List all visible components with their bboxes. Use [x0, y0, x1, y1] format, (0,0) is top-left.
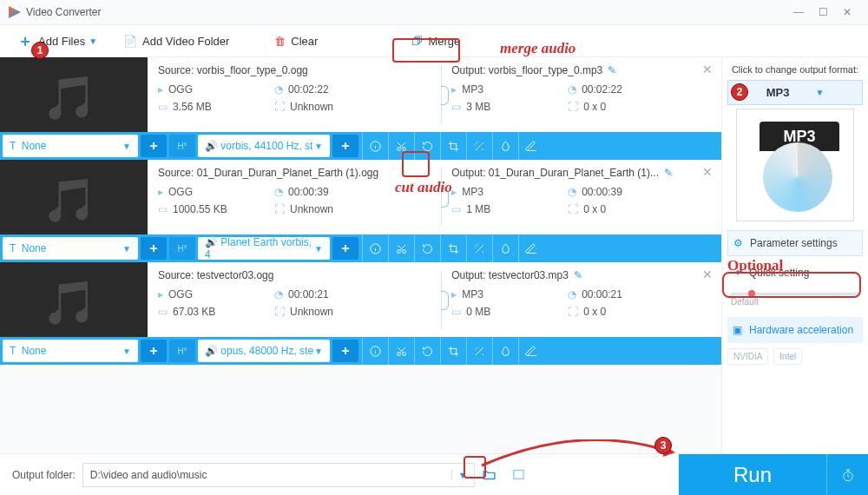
info-button[interactable] — [362, 132, 388, 160]
hardware-acceleration-label: Hardware acceleration — [749, 324, 853, 336]
add-files-button[interactable]: ＋ Add Files ▼ — [9, 27, 111, 55]
size-icon: ▭ — [451, 101, 461, 113]
clock-icon: ◔ — [568, 186, 576, 198]
slider-knob[interactable] — [748, 290, 755, 297]
subtitle-dropdown[interactable]: T None▼ — [3, 340, 138, 362]
merge-label: Merge — [428, 35, 460, 48]
info-button[interactable] — [362, 234, 388, 262]
cut-button[interactable] — [388, 234, 414, 262]
edit-all-button[interactable] — [518, 234, 544, 262]
merge-button[interactable]: 🗇 Merge — [403, 31, 469, 51]
list-output-button[interactable] — [504, 467, 534, 482]
watermark-button[interactable] — [492, 337, 518, 365]
add-subtitle-button[interactable] — [141, 237, 167, 260]
remove-file-button[interactable]: ✕ — [702, 267, 713, 281]
add-folder-label: Add Video Folder — [142, 35, 229, 48]
clear-button[interactable]: 🗑 Clear — [266, 31, 326, 51]
annotation-optional: Optional — [727, 257, 783, 274]
crop-button[interactable] — [440, 234, 466, 262]
subtitle-value: None — [22, 345, 47, 357]
hd-button[interactable]: H° — [169, 237, 195, 260]
hd-button[interactable]: H° — [169, 340, 195, 362]
clock-icon: ◔ — [568, 288, 576, 300]
subtitle-dropdown[interactable]: T None▼ — [3, 135, 138, 157]
output-format: MP3 — [462, 186, 483, 198]
dimensions-icon: ⛶ — [568, 203, 578, 215]
run-button[interactable]: Run — [679, 454, 826, 496]
edit-all-button[interactable] — [518, 337, 544, 365]
edit-all-button[interactable] — [518, 132, 544, 160]
source-label: Source: 01_Duran_Duran_Planet_Earth (1).… — [158, 167, 437, 179]
output-folder-label: Output folder: — [12, 469, 76, 481]
quality-slider[interactable] — [731, 293, 859, 295]
format-icon: ▸ — [158, 186, 163, 198]
watermark-button[interactable] — [492, 132, 518, 160]
add-video-folder-button[interactable]: 📄 Add Video Folder — [115, 31, 238, 51]
audio-track-dropdown[interactable]: 🔊 vorbis, 44100 Hz, st▼ — [198, 135, 330, 157]
size-icon: ▭ — [451, 203, 461, 215]
edit-output-icon[interactable]: ✎ — [608, 64, 616, 76]
parameter-settings-button[interactable]: ⚙ Parameter settings — [727, 230, 863, 256]
output-size: 3 MB — [466, 101, 490, 113]
remove-file-button[interactable]: ✕ — [702, 165, 713, 179]
size-icon: ▭ — [158, 306, 168, 318]
source-duration: 00:00:39 — [288, 186, 329, 198]
main-toolbar: ＋ Add Files ▼ 📄 Add Video Folder 🗑 Clear… — [0, 24, 868, 57]
cut-button[interactable] — [388, 132, 414, 160]
effects-button[interactable] — [466, 132, 492, 160]
schedule-button[interactable] — [826, 454, 868, 496]
output-folder-input[interactable] — [83, 469, 451, 481]
hd-button[interactable]: H° — [169, 135, 195, 157]
info-button[interactable] — [362, 337, 388, 365]
file-action-bar: T None▼ H° 🔊 vorbis, 44100 Hz, st▼ — [0, 132, 721, 160]
chevron-down-icon[interactable]: ▼ — [89, 36, 97, 46]
rotate-button[interactable] — [414, 234, 440, 262]
minimize-button[interactable]: — — [786, 3, 811, 21]
column-divider — [441, 271, 450, 328]
effects-button[interactable] — [466, 337, 492, 365]
add-audio-button[interactable] — [332, 340, 358, 362]
hardware-acceleration-button[interactable]: ▣ Hardware acceleration — [727, 317, 863, 343]
subtitle-dropdown[interactable]: T None▼ — [3, 237, 138, 260]
audio-track-dropdown[interactable]: 🔊 Planet Earth vorbis, 4▼ — [198, 237, 330, 260]
file-card: Source: 01_Duran_Duran_Planet_Earth (1).… — [0, 160, 721, 262]
merge-icon: 🗇 — [411, 35, 423, 48]
output-folder-dropdown[interactable]: ▼ — [451, 470, 474, 480]
rotate-button[interactable] — [414, 132, 440, 160]
output-size: 0 MB — [466, 306, 490, 318]
source-size: 67.03 KB — [173, 306, 215, 318]
subtitle-value: None — [22, 242, 47, 254]
audio-track-dropdown[interactable]: 🔊 opus, 48000 Hz, ste▼ — [198, 340, 330, 362]
file-card: Source: testvector03.ogg ▸OGG ◔00:00:21 … — [0, 262, 721, 365]
watermark-button[interactable] — [492, 234, 518, 262]
output-column: ✕ Output: testvector03.mp3✎ ▸MP3 ◔00:00:… — [441, 262, 721, 337]
remove-file-button[interactable]: ✕ — [702, 63, 713, 76]
edit-output-icon[interactable]: ✎ — [664, 167, 673, 179]
output-dimensions: 0 x 0 — [583, 306, 606, 318]
add-audio-button[interactable] — [332, 135, 358, 157]
annotation-bubble-2: 2 — [731, 83, 748, 101]
dimensions-icon: ⛶ — [274, 306, 285, 318]
add-audio-button[interactable] — [332, 237, 358, 260]
open-folder-button[interactable] — [475, 467, 504, 482]
format-preview: MP3 — [736, 109, 854, 221]
source-format: OGG — [168, 186, 193, 198]
close-window-button[interactable]: ✕ — [835, 3, 859, 21]
output-duration: 00:00:39 — [582, 186, 622, 198]
dimensions-icon: ⛶ — [568, 306, 578, 318]
effects-button[interactable] — [466, 234, 492, 262]
cut-button[interactable] — [388, 337, 414, 365]
crop-button[interactable] — [440, 337, 466, 365]
maximize-button[interactable]: ☐ — [811, 3, 835, 21]
crop-button[interactable] — [440, 132, 466, 160]
edit-output-icon[interactable]: ✎ — [574, 269, 582, 281]
source-label: Source: testvector03.ogg — [158, 269, 437, 281]
footer-bar: Output folder: ▼ Run — [0, 453, 868, 495]
clock-icon: ◔ — [568, 83, 576, 96]
add-subtitle-button[interactable] — [141, 135, 167, 157]
format-icon: ▸ — [451, 186, 457, 198]
vendor-badges: NVIDIA Intel — [727, 348, 863, 365]
rotate-button[interactable] — [414, 337, 440, 365]
add-subtitle-button[interactable] — [141, 340, 167, 362]
dimensions-icon: ⛶ — [274, 101, 285, 113]
